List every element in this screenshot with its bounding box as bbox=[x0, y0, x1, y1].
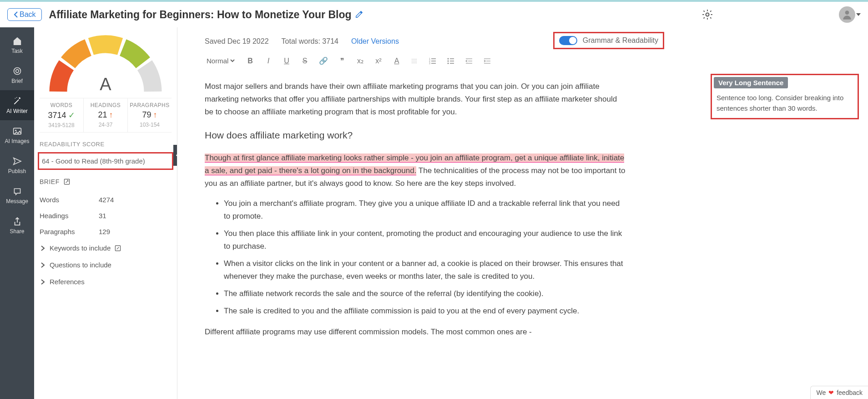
bullet-list: You join a merchant's affiliate program.… bbox=[224, 197, 627, 317]
heading: How does affiliate marketing work? bbox=[205, 128, 627, 143]
settings-icon[interactable] bbox=[701, 9, 713, 20]
share-icon bbox=[12, 216, 22, 226]
list-item: The affiliate network records the sale a… bbox=[224, 287, 627, 300]
outdent-button[interactable] bbox=[465, 58, 474, 64]
expander-label: Keywords to include bbox=[50, 244, 111, 252]
readability-label: READABILITY SCORE bbox=[40, 141, 172, 148]
svg-point-13 bbox=[448, 62, 449, 64]
sidebar-item-task[interactable]: Task bbox=[0, 30, 34, 60]
subscript-button[interactable]: x₂ bbox=[356, 56, 364, 65]
score-grade: A bbox=[100, 75, 111, 94]
chat-icon bbox=[12, 186, 22, 196]
bold-button[interactable]: B bbox=[246, 57, 254, 65]
ordered-list-button[interactable]: 123 bbox=[429, 58, 437, 64]
brief-label: BRIEF bbox=[40, 178, 60, 185]
image-icon bbox=[12, 126, 22, 136]
bullet-list-button[interactable] bbox=[447, 58, 455, 64]
back-button[interactable]: Back bbox=[7, 8, 42, 21]
counts-row: WORDS 3714 ✓ 3419-5128 HEADINGS 21 ↑ 24-… bbox=[40, 98, 172, 133]
chevron-left-icon bbox=[13, 11, 19, 18]
svg-point-11 bbox=[448, 58, 449, 59]
brief-val: 129 bbox=[99, 228, 110, 235]
older-versions-link[interactable]: Older Versions bbox=[351, 37, 399, 46]
feedback-button[interactable]: We ❤ feedback bbox=[810, 386, 868, 399]
edit-keywords-icon[interactable] bbox=[114, 245, 121, 252]
svg-point-0 bbox=[706, 13, 709, 16]
home-icon bbox=[12, 36, 22, 46]
italic-button[interactable]: I bbox=[264, 57, 273, 65]
brief-val: 4274 bbox=[99, 196, 114, 204]
collapse-panel-button[interactable] bbox=[173, 145, 177, 166]
sidebar-item-publish[interactable]: Publish bbox=[0, 150, 34, 180]
target-icon bbox=[12, 66, 22, 76]
sidebar-item-label: Publish bbox=[8, 168, 26, 174]
grammar-tooltip: Very Long Sentence Sentence too long. Co… bbox=[711, 74, 859, 119]
editor-statusbar: Saved Dec 19 2022 Total words: 3714 Olde… bbox=[205, 27, 841, 53]
paragraph: Different affiliate programs may use dif… bbox=[205, 326, 627, 338]
feedback-pre: We bbox=[816, 389, 826, 396]
check-icon: ✓ bbox=[68, 110, 75, 120]
expander-references[interactable]: References bbox=[40, 273, 172, 290]
avatar-icon bbox=[839, 6, 855, 23]
format-select[interactable]: Normal bbox=[205, 56, 236, 65]
count-value: 21 bbox=[98, 110, 107, 120]
svg-point-2 bbox=[14, 68, 20, 75]
svg-point-3 bbox=[15, 70, 19, 73]
saved-status: Saved Dec 19 2022 bbox=[205, 37, 269, 46]
indent-button[interactable] bbox=[484, 58, 492, 64]
text-color-button[interactable]: A bbox=[393, 57, 401, 65]
clear-format-button[interactable] bbox=[411, 57, 419, 65]
paragraph: Most major sellers and brands have their… bbox=[205, 80, 627, 118]
arrow-up-icon: ↑ bbox=[109, 110, 113, 120]
count-words: WORDS 3714 ✓ 3419-5128 bbox=[40, 98, 83, 132]
brief-key: Headings bbox=[40, 212, 99, 220]
page-title-text: Affiliate Marketing for Beginners: How t… bbox=[49, 9, 352, 21]
sidebar-item-share[interactable]: Share bbox=[0, 210, 34, 240]
caret-down-icon bbox=[856, 13, 861, 16]
underline-button[interactable]: U bbox=[283, 57, 291, 65]
sidebar-item-message[interactable]: Message bbox=[0, 180, 34, 210]
quote-button[interactable]: ❞ bbox=[338, 56, 346, 65]
svg-text:3: 3 bbox=[429, 62, 430, 64]
count-label: HEADINGS bbox=[84, 102, 127, 108]
sidebar-item-brief[interactable]: Brief bbox=[0, 60, 34, 90]
heart-icon: ❤ bbox=[828, 389, 834, 396]
chevron-right-icon bbox=[40, 262, 46, 268]
sidebar-item-label: Message bbox=[6, 198, 28, 205]
sidebar-item-aiwriter[interactable]: AI Writer bbox=[0, 90, 34, 120]
expander-questions[interactable]: Questions to include bbox=[40, 256, 172, 273]
link-button[interactable]: 🔗 bbox=[319, 56, 328, 65]
feedback-post: feedback bbox=[837, 389, 863, 396]
list-item: You then place this affiliate link in yo… bbox=[224, 227, 627, 253]
expander-label: References bbox=[50, 278, 85, 286]
list-item: You join a merchant's affiliate program.… bbox=[224, 197, 627, 223]
expander-label: Questions to include bbox=[50, 261, 111, 269]
count-range: 103-154 bbox=[128, 122, 172, 128]
count-headings: HEADINGS 21 ↑ 24-37 bbox=[83, 98, 127, 132]
arrow-up-icon: ↑ bbox=[153, 110, 157, 120]
sidebar-item-aiimages[interactable]: AI Images bbox=[0, 120, 34, 150]
count-paragraphs: PARAGRAPHS 79 ↑ 103-154 bbox=[127, 98, 172, 132]
paragraph: Though at first glance affiliate marketi… bbox=[205, 152, 627, 190]
topbar: Back Affiliate Marketing for Beginners: … bbox=[0, 0, 868, 27]
expander-keywords[interactable]: Keywords to include bbox=[40, 240, 172, 256]
strike-button[interactable]: S bbox=[301, 57, 309, 65]
sidebar-item-label: Brief bbox=[11, 78, 23, 84]
readability-score-box: 64 - Good to Read (8th-9th grade) bbox=[38, 152, 173, 170]
svg-point-12 bbox=[448, 60, 449, 61]
wand-icon bbox=[12, 96, 22, 106]
count-range: 3419-5128 bbox=[40, 122, 83, 128]
superscript-button[interactable]: x² bbox=[374, 57, 383, 65]
total-words: Total words: 3714 bbox=[282, 37, 338, 46]
grammar-toggle-group: Grammar & Readability bbox=[553, 32, 664, 49]
edit-title-icon[interactable] bbox=[355, 10, 363, 19]
list-item: The sale is credited to you and the affi… bbox=[224, 305, 627, 317]
readability-text: 64 - Good to Read (8th-9th grade) bbox=[42, 157, 169, 165]
grammar-toggle[interactable] bbox=[559, 36, 577, 45]
editor-toolbar: Normal B I U S 🔗 ❞ x₂ x² A 123 bbox=[205, 53, 841, 71]
count-label: PARAGRAPHS bbox=[128, 102, 172, 108]
chevron-right-icon bbox=[40, 279, 46, 285]
page-title: Affiliate Marketing for Beginners: How t… bbox=[49, 9, 694, 21]
user-menu[interactable] bbox=[839, 6, 861, 23]
edit-brief-icon[interactable] bbox=[63, 178, 71, 185]
